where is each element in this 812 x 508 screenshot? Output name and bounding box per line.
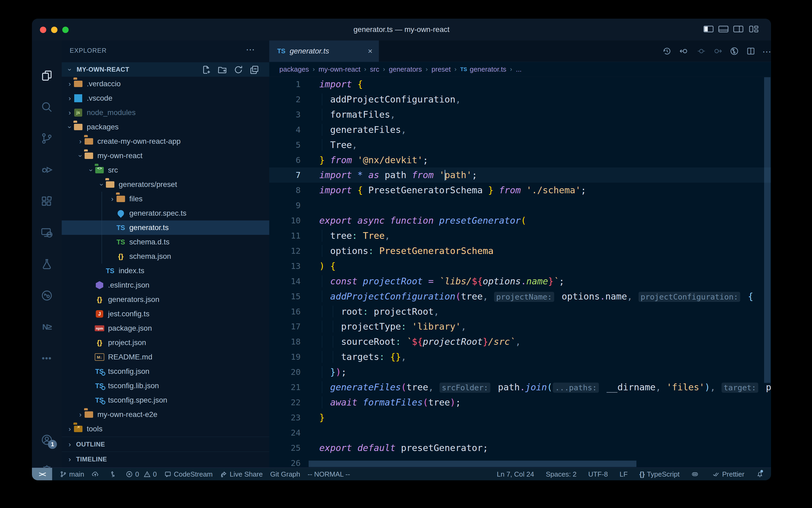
tree-item-package-json[interactable]: npmpackage.json [62,321,269,335]
prettier-status-item[interactable]: Prettier [713,470,745,478]
notifications-status-item[interactable] [756,470,766,478]
timeline-history-icon[interactable] [662,46,672,56]
live-share-status-item[interactable]: Live Share [220,470,262,478]
chevron-right-icon[interactable]: › [66,80,74,88]
chevron-down-icon[interactable]: › [66,123,74,131]
tree-item-schema-d-ts[interactable]: TSschema.d.ts [62,235,269,249]
sidebar-item-explorer[interactable] [32,63,62,88]
customize-layout-icon[interactable] [749,25,759,33]
vertical-scrollbar[interactable] [764,77,770,383]
publish-status-item[interactable] [92,470,101,478]
breadcrumb-item[interactable]: my-own-react [319,65,360,74]
code-line-21[interactable]: 21 generateFiles(tree, srcFolder: path.j… [269,380,771,395]
tree-item-generator-ts[interactable]: TSgenerator.ts [62,220,269,235]
vim-mode-status-item[interactable]: -- NORMAL -- [307,470,350,478]
code-line-16[interactable]: 16 root: projectRoot, [269,304,771,319]
cursor-position-status-item[interactable]: Ln 7, Col 24 [497,470,534,478]
code-line-14[interactable]: 14 const projectRoot = `libs/${options.n… [269,274,771,289]
tree-item-generators-preset[interactable]: ›generators/preset [62,177,269,192]
chevron-right-icon[interactable]: › [66,425,74,433]
code-line-1[interactable]: 1import { [269,77,771,92]
sidebar-item-search[interactable] [32,94,62,120]
code-editor[interactable]: 1import {2 addProjectConfiguration,3 for… [269,77,771,468]
chevron-right-icon[interactable]: › [77,411,84,419]
code-line-23[interactable]: 23} [269,410,771,425]
breadcrumb-item[interactable]: generator.ts [470,65,506,74]
code-line-9[interactable]: 9 [269,198,771,213]
accounts-button[interactable]: 1 [32,427,62,453]
toggle-secondary-sidebar-icon[interactable] [733,25,744,33]
nav-forward-icon[interactable] [713,46,723,56]
sidebar-item-git-graph[interactable] [32,283,62,308]
tree-item-project-json[interactable]: {}project.json [62,335,269,350]
tree-item--eslintrc-json[interactable]: .eslintrc.json [62,278,269,292]
timeline-panel-header[interactable]: › TIMELINE [62,452,269,467]
chevron-down-icon[interactable]: › [87,166,95,174]
code-line-2[interactable]: 2 addProjectConfiguration, [269,92,771,107]
tree-item--vscode[interactable]: ›.vscode [62,91,269,105]
code-line-12[interactable]: 12 options: PresetGeneratorSchema [269,243,771,258]
toggle-panel-icon[interactable] [718,25,728,33]
sidebar-item-run-debug[interactable] [32,157,62,183]
breadcrumb-item[interactable]: ... [516,65,522,74]
toggle-primary-sidebar-icon[interactable] [704,25,714,33]
chevron-right-icon[interactable]: › [108,195,116,203]
code-line-20[interactable]: 20 }); [269,365,771,380]
git-graph-status-item[interactable]: Git Graph [270,470,300,478]
close-tab-icon[interactable]: × [368,47,373,56]
tree-item-jest-config-ts[interactable]: Jjest.config.ts [62,307,269,321]
tree-item-schema-json[interactable]: {}schema.json [62,249,269,264]
chevron-right-icon[interactable]: › [77,137,84,145]
tree-item-generator-spec-ts[interactable]: generator.spec.ts [62,206,269,220]
tree-item-tsconfig-json[interactable]: TStsconfig.json [62,364,269,379]
breadcrumb-item[interactable]: packages [279,65,309,74]
breadcrumb-item[interactable]: preset [432,65,451,74]
tree-item-packages[interactable]: ›packages [62,120,269,134]
language-status-item[interactable]: {} TypeScript [639,470,679,478]
code-line-5[interactable]: 5 Tree, [269,137,771,153]
code-line-13[interactable]: 13) { [269,258,771,274]
tree-item-my-own-react[interactable]: ›my-own-react [62,149,269,163]
code-line-24[interactable]: 24 [269,425,771,440]
sidebar-item-extensions[interactable] [32,188,62,214]
explorer-more-actions-icon[interactable]: ⋯ [246,44,255,55]
code-line-19[interactable]: 19 targets: {}, [269,349,771,365]
nav-location-icon[interactable] [697,46,706,56]
horizontal-scrollbar[interactable] [308,461,636,467]
outline-panel-header[interactable]: › OUTLINE [62,437,269,452]
sidebar-item-more[interactable]: ••• [32,346,62,371]
split-editor-icon[interactable] [746,46,756,56]
indentation-status-item[interactable]: Spaces: 2 [546,470,577,478]
code-line-3[interactable]: 3 formatFiles, [269,107,771,122]
copilot-status-item[interactable] [691,470,701,478]
project-root-row[interactable]: › MY-OWN-REACT [62,62,269,77]
code-line-15[interactable]: 15 addProjectConfiguration(tree, project… [269,289,771,304]
new-folder-icon[interactable] [217,65,228,75]
tree-item-my-own-react-e2e[interactable]: ›my-own-react-e2e [62,407,269,422]
code-line-8[interactable]: 8import { PresetGeneratorSchema } from '… [269,183,771,198]
tree-item--verdaccio[interactable]: ›.verdaccio [62,77,269,91]
code-line-17[interactable]: 17 projectType: 'library', [269,319,771,334]
git-actions-status-item[interactable] [108,470,118,478]
editor-more-actions-icon[interactable]: ⋯ [762,46,771,56]
eol-status-item[interactable]: LF [620,470,628,478]
tree-item-index-ts[interactable]: TSindex.ts [62,264,269,278]
code-line-11[interactable]: 11 tree: Tree, [269,228,771,243]
tree-item-tools[interactable]: ›✕tools [62,422,269,436]
sidebar-item-remote-explorer[interactable] [32,220,62,246]
chevron-down-icon[interactable]: › [76,152,85,160]
tree-item-src[interactable]: ›<>src [62,163,269,177]
tree-item-generators-json[interactable]: {}generators.json [62,292,269,307]
nav-back-icon[interactable] [679,46,688,56]
code-line-6[interactable]: 6} from '@nx/devkit'; [269,153,771,168]
encoding-status-item[interactable]: UTF-8 [588,470,608,478]
tree-item-tsconfig-lib-json[interactable]: TStsconfig.lib.json [62,379,269,393]
chevron-right-icon[interactable]: › [66,109,74,117]
new-file-icon[interactable] [201,65,212,75]
code-line-25[interactable]: 25export default presetGenerator; [269,440,771,456]
tree-item-files[interactable]: ›files [62,192,269,206]
tab-generator-ts[interactable]: TS generator.ts × [269,40,379,62]
code-line-10[interactable]: 10export async function presetGenerator( [269,213,771,228]
sidebar-item-nx-console[interactable]: N≥ [32,314,62,340]
remote-indicator[interactable]: >< [32,468,52,480]
